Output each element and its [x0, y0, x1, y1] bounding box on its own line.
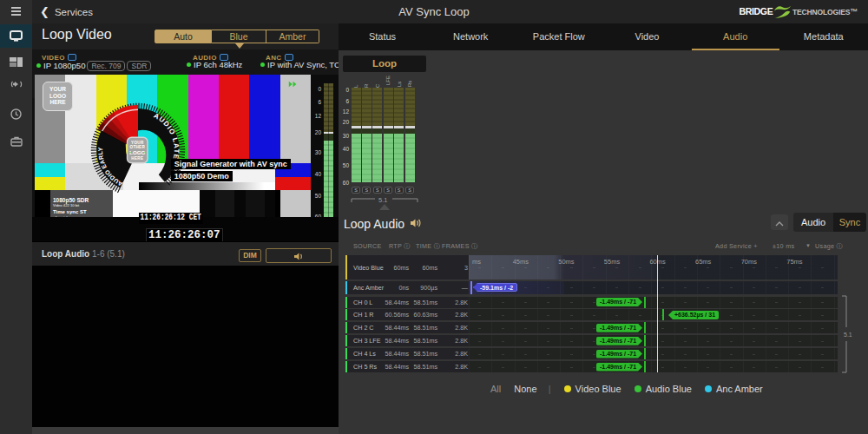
svg-text:HERE: HERE — [131, 156, 143, 161]
svg-text:5.1: 5.1 — [844, 332, 852, 338]
svg-text:5.1: 5.1 — [378, 196, 387, 204]
svg-text:LOGO: LOGO — [129, 149, 145, 155]
